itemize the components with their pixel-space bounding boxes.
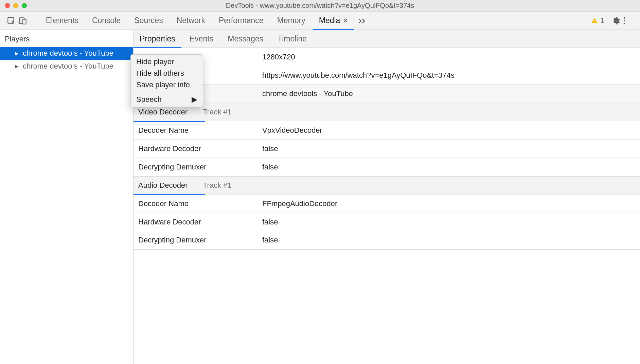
warning-icon [591, 17, 598, 24]
tab-network[interactable]: Network [171, 12, 211, 30]
property-value: FFmpegAudioDecoder [262, 199, 337, 208]
ctx-item-label: Hide all others [136, 69, 184, 78]
devtools-tabs: Elements Console Sources Network Perform… [40, 12, 369, 30]
sidebar-heading: Players [0, 30, 133, 47]
subtab-messages[interactable]: Messages [221, 30, 269, 48]
window-title: DevTools - www.youtube.com/watch?v=e1gAy… [0, 2, 640, 10]
tab-media[interactable]: Media [313, 12, 355, 30]
more-options-icon[interactable] [623, 17, 635, 25]
more-tabs-icon[interactable] [356, 18, 369, 24]
ctx-save-player-info[interactable]: Save player info [131, 79, 203, 91]
tab-elements[interactable]: Elements [40, 12, 85, 30]
empty-area [134, 250, 640, 280]
tab-label: Memory [277, 16, 305, 25]
tab-label: Sources [134, 16, 163, 25]
property-row: Decrypting Demuxer false [134, 158, 640, 176]
player-item[interactable]: ▶ chrome devtools - YouTube [0, 60, 133, 73]
warnings-badge[interactable]: 1 [591, 16, 604, 25]
property-label: Decoder Name [138, 126, 262, 135]
properties-list: Resolution 1280x720 Frame URL https://ww… [134, 48, 640, 364]
svg-rect-3 [594, 20, 595, 21]
subtab-label: Properties [140, 34, 175, 43]
separator [131, 92, 203, 92]
subtab-label: Messages [228, 34, 263, 43]
tab-sources[interactable]: Sources [128, 12, 169, 30]
ctx-item-label: Save player info [136, 80, 190, 89]
settings-icon[interactable] [611, 16, 623, 25]
svg-point-6 [624, 20, 625, 21]
section-title: Audio Decoder [138, 181, 188, 189]
property-value: VpxVideoDecoder [262, 126, 322, 135]
player-item-label: chrome devtools - YouTube [23, 62, 113, 71]
property-value: false [262, 236, 278, 244]
context-menu: Hide player Hide all others Save player … [130, 54, 203, 107]
play-icon: ▶ [15, 63, 19, 69]
property-value: https://www.youtube.com/watch?v=e1gAyQuI… [262, 71, 455, 80]
ctx-item-label: Hide player [136, 57, 174, 66]
subtab-events[interactable]: Events [183, 30, 219, 48]
section-title: Video Decoder [138, 108, 188, 116]
tab-console[interactable]: Console [86, 12, 127, 30]
property-label: Decrypting Demuxer [138, 163, 262, 171]
window-titlebar: DevTools - www.youtube.com/watch?v=e1gAy… [0, 0, 640, 12]
play-icon: ▶ [15, 51, 19, 56]
tab-performance[interactable]: Performance [213, 12, 270, 30]
tab-label: Media [319, 16, 340, 25]
property-value: false [262, 163, 278, 171]
section-header-video-decoder: Video Decoder Track #1 [134, 103, 640, 121]
section-header-audio-decoder: Audio Decoder Track #1 [134, 176, 640, 195]
property-value: 1280x720 [262, 53, 295, 61]
tab-label: Network [177, 16, 205, 25]
property-row: Decoder Name FFmpegAudioDecoder [134, 195, 640, 213]
media-panel: Properties Events Messages Timeline Reso… [134, 30, 640, 364]
property-value: false [262, 144, 278, 153]
warnings-count: 1 [600, 16, 604, 25]
media-sub-tabs: Properties Events Messages Timeline [134, 30, 640, 48]
property-value: false [262, 218, 278, 226]
property-label: Decoder Name [138, 199, 262, 208]
subtab-timeline[interactable]: Timeline [271, 30, 313, 48]
ctx-item-label: Speech [136, 95, 162, 104]
devtools-main-toolbar: Elements Console Sources Network Perform… [0, 12, 640, 30]
close-icon[interactable] [343, 18, 348, 23]
subtab-label: Timeline [278, 34, 307, 43]
ctx-hide-player[interactable]: Hide player [131, 56, 203, 68]
property-value: chrome devtools - YouTube [262, 89, 353, 98]
property-row: Hardware Decoder false [134, 140, 640, 158]
tab-memory[interactable]: Memory [271, 12, 312, 30]
property-row: Decrypting Demuxer false [134, 231, 640, 250]
player-item-label: chrome devtools - YouTube [23, 49, 113, 58]
property-label: Hardware Decoder [138, 218, 262, 226]
section-track: Track #1 [203, 181, 232, 190]
tab-label: Elements [46, 16, 78, 25]
property-label: Hardware Decoder [138, 144, 262, 153]
svg-point-5 [624, 17, 625, 19]
section-track: Track #1 [203, 108, 232, 116]
property-row: Frame Title chrome devtools - YouTube [134, 85, 640, 103]
svg-point-7 [624, 22, 625, 24]
property-row: Frame URL https://www.youtube.com/watch?… [134, 66, 640, 85]
ctx-speech-submenu[interactable]: Speech ▶ [131, 94, 203, 105]
property-row: Hardware Decoder false [134, 213, 640, 231]
property-row: Resolution 1280x720 [134, 48, 640, 66]
inspect-element-icon[interactable] [5, 15, 17, 26]
subtab-properties[interactable]: Properties [134, 30, 181, 48]
chevron-right-icon: ▶ [192, 95, 197, 104]
svg-rect-4 [594, 22, 595, 22]
tab-label: Console [92, 16, 121, 25]
property-label: Decrypting Demuxer [138, 236, 262, 244]
separator [32, 16, 32, 25]
property-row: Decoder Name VpxVideoDecoder [134, 121, 640, 140]
player-item[interactable]: ▶ chrome devtools - YouTube [0, 47, 133, 60]
separator [608, 16, 608, 25]
svg-rect-2 [23, 19, 26, 24]
ctx-hide-all-others[interactable]: Hide all others [131, 68, 203, 79]
subtab-label: Events [190, 34, 213, 43]
device-toolbar-icon[interactable] [17, 15, 29, 26]
players-sidebar: Players ▶ chrome devtools - YouTube ▶ ch… [0, 30, 134, 364]
tab-label: Performance [219, 16, 264, 25]
